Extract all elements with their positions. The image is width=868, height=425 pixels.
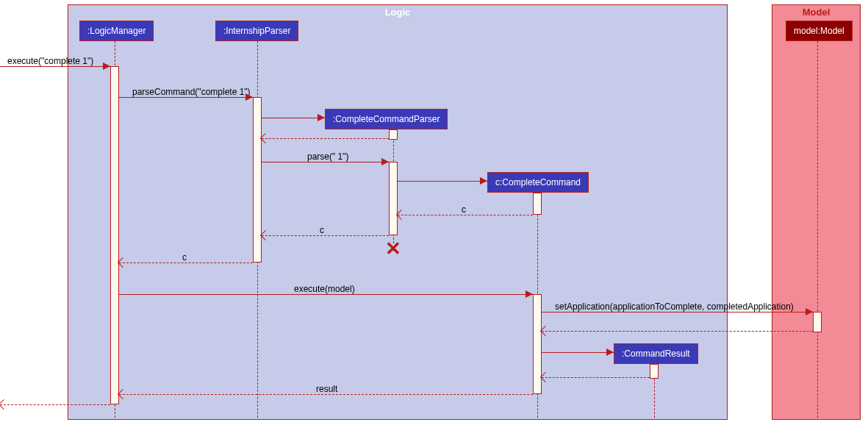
msg-c-3: c bbox=[182, 252, 187, 262]
msg-c-2: c bbox=[320, 225, 324, 235]
arrowhead-m1 bbox=[103, 63, 110, 70]
arrowhead-m3 bbox=[381, 158, 389, 165]
activation-internship-parser bbox=[253, 97, 262, 262]
arrowhead-m7 bbox=[526, 290, 533, 298]
participant-logic-manager: :LogicManager bbox=[79, 21, 154, 41]
msg-set-application: setApplication(applicationToComplete, co… bbox=[555, 301, 794, 312]
arrowhead-m2 bbox=[245, 93, 253, 101]
participant-complete-command-parser: :CompleteCommandParser bbox=[325, 109, 448, 129]
arrowhead-return-external bbox=[0, 399, 9, 410]
arrow-m7 bbox=[119, 294, 533, 295]
arrow-create-cr bbox=[542, 352, 614, 353]
model-container-label: Model bbox=[803, 7, 831, 18]
activation-ccp-2 bbox=[389, 162, 398, 235]
arrow-m4 bbox=[398, 215, 533, 215]
arrow-m3 bbox=[262, 162, 389, 162]
arrow-create-cc bbox=[398, 181, 487, 182]
activation-cc-2 bbox=[533, 294, 542, 394]
arrow-m1 bbox=[0, 66, 110, 67]
activation-model bbox=[813, 312, 822, 332]
arrow-return-ccp-init bbox=[262, 138, 389, 139]
arrow-create-ccp bbox=[262, 118, 325, 118]
destroy-complete-command-parser: ✕ bbox=[385, 238, 401, 260]
activation-logic-manager bbox=[110, 66, 119, 404]
msg-execute-model: execute(model) bbox=[294, 284, 355, 294]
msg-result: result bbox=[316, 384, 337, 394]
arrow-return-model bbox=[542, 331, 813, 332]
arrowhead-m8 bbox=[806, 308, 813, 315]
msg-execute-complete: execute("complete 1") bbox=[7, 56, 93, 66]
arrow-m5 bbox=[262, 235, 389, 236]
participant-model-model: model:Model bbox=[786, 21, 853, 41]
logic-container-label: Logic bbox=[385, 7, 411, 18]
participant-internship-parser: :InternshipParser bbox=[215, 21, 298, 41]
activation-cr bbox=[650, 364, 659, 379]
msg-c-1: c bbox=[462, 204, 466, 215]
arrow-m9 bbox=[119, 394, 533, 395]
participant-complete-command: c:CompleteCommand bbox=[487, 172, 589, 193]
activation-cc-1 bbox=[533, 193, 542, 215]
arrowhead-create-ccp bbox=[318, 114, 325, 121]
arrowhead-create-cr bbox=[606, 349, 614, 356]
arrow-m2 bbox=[119, 97, 253, 98]
arrow-m6 bbox=[119, 262, 253, 263]
msg-parse-command: parseCommand("complete 1") bbox=[132, 87, 251, 97]
arrow-return-cr bbox=[542, 377, 650, 378]
arrow-m8 bbox=[542, 312, 813, 312]
participant-command-result: :CommandResult bbox=[614, 343, 698, 364]
arrowhead-create-cc bbox=[480, 177, 487, 185]
model-container: Model bbox=[772, 4, 861, 420]
msg-parse-1: parse(" 1") bbox=[307, 151, 349, 162]
arrow-return-external bbox=[0, 404, 110, 405]
activation-ccp-1 bbox=[389, 129, 398, 140]
lifeline-model-model bbox=[817, 41, 818, 418]
